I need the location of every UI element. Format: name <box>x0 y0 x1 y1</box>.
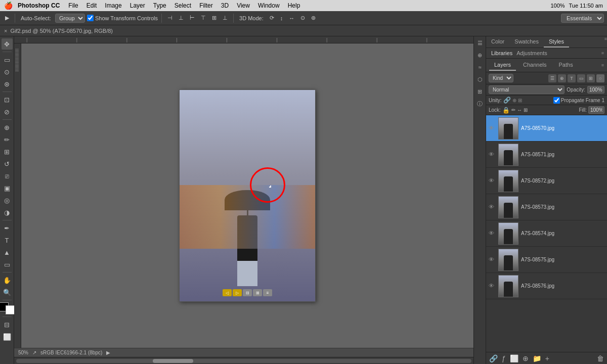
panel-icon-info[interactable]: ⓘ <box>475 99 485 108</box>
essentials-dropdown[interactable]: Essentials <box>561 14 604 23</box>
dodge-tool[interactable]: ◑ <box>2 207 13 218</box>
shape-tool[interactable]: ▭ <box>2 259 13 270</box>
tab-layers[interactable]: Layers <box>489 60 516 71</box>
tab-swatches[interactable]: Swatches <box>509 36 544 48</box>
healing-tool[interactable]: ⊕ <box>2 122 13 133</box>
type-tool[interactable]: T <box>2 235 13 246</box>
filter-smart-icon[interactable]: ⊞ <box>587 74 595 82</box>
layer-effect-icon[interactable]: ƒ <box>502 354 506 362</box>
subtab-adjustments[interactable]: Adjustments <box>514 49 549 57</box>
align-top-icon[interactable]: ⊤ <box>199 14 208 22</box>
lock-icon-4[interactable]: ⊞ <box>524 107 528 113</box>
layer-item[interactable]: 👁 A7S-08575.jpg <box>486 247 607 273</box>
magic-wand-tool[interactable]: ⊛ <box>2 78 13 89</box>
propagate-frame-checkbox[interactable] <box>553 97 560 104</box>
menu-select[interactable]: Select <box>171 2 195 10</box>
auto-select-dropdown[interactable]: Group Layer <box>55 14 85 23</box>
filter-adjust-icon[interactable]: ⊕ <box>558 74 566 82</box>
menu-window[interactable]: Window <box>254 2 283 10</box>
canvas-btn-2[interactable]: ▷ <box>233 289 242 296</box>
canvas-btn-3[interactable]: ⊟ <box>243 289 252 296</box>
panel-icon-grid[interactable]: ⊞ <box>475 87 485 96</box>
tab-color[interactable]: Color <box>486 36 509 48</box>
canvas-scrollbar-h[interactable] <box>14 357 473 364</box>
history-brush-tool[interactable]: ↺ <box>2 158 13 169</box>
eraser-tool[interactable]: ⎚ <box>2 170 13 181</box>
tab-styles[interactable]: Styles <box>544 36 569 48</box>
subtab-libraries[interactable]: Libraries <box>489 49 514 57</box>
screen-mode-tool[interactable]: ⬜ <box>2 331 13 342</box>
menu-3d[interactable]: 3D <box>218 2 232 10</box>
tool-options-arrow[interactable]: ▶ <box>3 14 11 22</box>
blend-mode-dropdown[interactable]: Normal <box>489 85 565 94</box>
eyedropper-tool[interactable]: ⊘ <box>2 106 13 117</box>
doc-close-icon[interactable]: × <box>4 28 7 34</box>
layer-visibility-icon[interactable]: 👁 <box>489 151 496 158</box>
apple-menu[interactable]: 🍎 <box>4 2 13 10</box>
canvas-btn-4[interactable]: ⊞ <box>253 289 262 296</box>
3d-icon-3[interactable]: ↔ <box>287 14 296 22</box>
subtabs-collapse[interactable]: ≡ <box>601 51 604 56</box>
fill-input[interactable] <box>588 106 604 114</box>
panel-icon-curves[interactable]: ≈ <box>475 63 485 72</box>
unity-icon-2[interactable]: ⊕ <box>512 98 516 103</box>
3d-icon-4[interactable]: ⊙ <box>298 14 307 22</box>
path-selection-tool[interactable]: ▲ <box>2 247 13 258</box>
opacity-input[interactable] <box>587 86 604 94</box>
layer-item[interactable]: 👁 A7S-08572.jpg <box>486 168 607 194</box>
filter-toggle[interactable]: ○ <box>596 74 604 82</box>
lock-icon-2[interactable]: ✏ <box>511 107 515 113</box>
crop-tool[interactable]: ⊡ <box>2 94 13 105</box>
tab-paths[interactable]: Paths <box>554 60 578 71</box>
align-left-icon[interactable]: ⊣ <box>165 14 175 22</box>
layer-mask-icon[interactable]: ⬜ <box>510 354 518 362</box>
layer-group-icon[interactable]: 📁 <box>533 354 541 362</box>
layer-visibility-icon[interactable]: 👁 <box>489 177 496 185</box>
lock-icon-1[interactable]: 🔒 <box>502 107 510 114</box>
layer-delete-icon[interactable]: 🗑 <box>597 354 604 362</box>
unity-icon-3[interactable]: ⊞ <box>518 98 522 103</box>
color-swatches[interactable] <box>0 302 15 314</box>
brush-tool[interactable]: ✏ <box>2 134 13 145</box>
canvas-btn-5[interactable]: ≡ <box>263 289 272 296</box>
show-transform-label[interactable]: Show Transform Controls <box>87 15 158 21</box>
background-color[interactable] <box>6 305 15 314</box>
menu-layer[interactable]: Layer <box>126 2 149 10</box>
marquee-tool[interactable]: ▭ <box>2 54 13 65</box>
menu-image[interactable]: Image <box>101 2 125 10</box>
panel-icon-adjustments[interactable]: ⊕ <box>475 51 485 60</box>
menu-edit[interactable]: Edit <box>83 2 101 10</box>
3d-icon-5[interactable]: ⊛ <box>309 14 318 22</box>
layer-visibility-icon[interactable]: 👁 <box>489 283 496 290</box>
scrollbar-track[interactable] <box>16 359 471 363</box>
align-right-icon[interactable]: ⊢ <box>188 14 197 22</box>
align-bottom-icon[interactable]: ⊥ <box>221 14 230 22</box>
menu-filter[interactable]: Filter <box>196 2 216 10</box>
menu-view[interactable]: View <box>233 2 253 10</box>
menu-help[interactable]: Help <box>284 2 304 10</box>
gradient-tool[interactable]: ▣ <box>2 183 13 194</box>
layer-visibility-icon[interactable]: 👁 <box>489 204 496 211</box>
move-tool[interactable]: ✥ <box>2 38 13 50</box>
layer-item[interactable]: 👁 A7S-08571.jpg <box>486 142 607 168</box>
layer-item[interactable]: 👁 A7S-08574.jpg <box>486 220 607 247</box>
lock-icon-3[interactable]: ↔ <box>517 107 522 113</box>
tab-channels[interactable]: Channels <box>518 60 551 71</box>
play-icon[interactable]: ▶ <box>106 350 110 355</box>
show-transform-checkbox[interactable] <box>87 15 94 21</box>
filter-shape-icon[interactable]: ▭ <box>577 74 585 82</box>
layers-panel-collapse[interactable]: ≡ <box>601 63 604 68</box>
menu-file[interactable]: File <box>65 2 81 10</box>
stamp-tool[interactable]: ⊞ <box>2 146 13 157</box>
hand-tool[interactable]: ✋ <box>2 275 13 286</box>
panel-icon-layers[interactable]: ☰ <box>475 38 485 48</box>
unity-icon-1[interactable]: 🔗 <box>503 97 511 104</box>
layer-item[interactable]: 👁 A7S-08570.jpg <box>486 115 607 142</box>
layer-item[interactable]: 👁 A7S-08576.jpg <box>486 273 607 299</box>
scrollbar-thumb[interactable] <box>153 359 193 363</box>
canvas-content[interactable]: ◁ ▷ ⊟ ⊞ ≡ <box>21 43 473 348</box>
pen-tool[interactable]: ✒ <box>2 222 13 234</box>
layer-visibility-icon[interactable]: 👁 <box>489 256 496 263</box>
filter-pixel-icon[interactable]: ☰ <box>548 74 556 82</box>
quick-mask-tool[interactable]: ⊟ <box>2 319 13 330</box>
